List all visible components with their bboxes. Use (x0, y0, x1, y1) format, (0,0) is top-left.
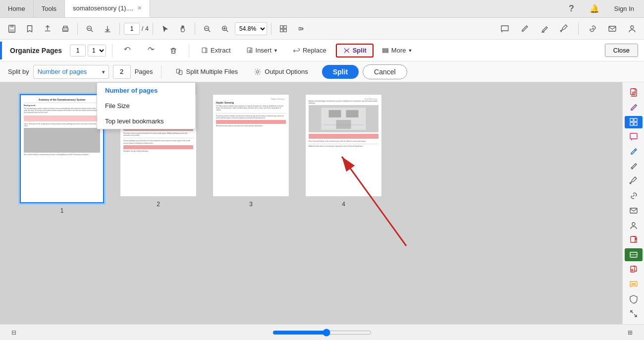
notifications-icon[interactable]: 🔔 (587, 1, 602, 17)
mail-toolbar-icon[interactable] (604, 21, 620, 37)
svg-line-12 (226, 30, 228, 32)
tab-close-icon[interactable]: ✕ (137, 5, 142, 11)
download-button[interactable] (100, 21, 115, 37)
extract-button[interactable]: Extract (195, 44, 236, 57)
svg-rect-47 (630, 122, 633, 125)
bookmark-button[interactable] (22, 21, 38, 37)
hand-tool-button[interactable] (175, 21, 191, 37)
split-action-button[interactable]: Split (322, 65, 359, 79)
audio-tool-button[interactable] (293, 21, 309, 37)
page-img-3[interactable]: Haptic Sensing... Haptic Sensing The hap… (213, 94, 289, 197)
help-icon[interactable]: ? (565, 2, 579, 16)
sign-in-button[interactable]: Sign In (610, 3, 638, 14)
output-options-label: Output Options (265, 68, 308, 75)
sidebar-edit-icon[interactable] (625, 101, 643, 114)
zoom-out-button[interactable] (82, 21, 98, 37)
svg-rect-52 (631, 236, 635, 242)
svg-rect-29 (382, 49, 388, 50)
link-toolbar-icon[interactable] (585, 21, 600, 37)
undo-button[interactable] (118, 44, 137, 57)
page-input-group: / 4 (124, 23, 149, 35)
sidebar-shield-icon[interactable] (625, 293, 643, 306)
organize-bar: Organize Pages 1 Extract Insert ▼ Replac… (0, 40, 644, 61)
svg-rect-48 (634, 122, 637, 125)
organize-title: Organize Pages (10, 47, 62, 55)
output-options-button[interactable]: Output Options (248, 65, 314, 78)
svg-rect-1 (10, 25, 13, 27)
tab-doc[interactable]: somatosensory (1).... ✕ (65, 0, 150, 17)
zoom-plus-button[interactable] (217, 21, 233, 37)
sidebar-pen-icon[interactable] (625, 145, 643, 158)
sidebar-highlight-icon[interactable] (625, 160, 643, 173)
dropdown-item-2[interactable]: Top level bookmarks (97, 113, 195, 129)
cancel-action-button[interactable]: Cancel (363, 64, 407, 79)
sidebar-chat-icon[interactable] (625, 278, 643, 291)
person-toolbar-icon[interactable] (624, 21, 640, 37)
toolbar-right-group (497, 21, 640, 37)
comment-toolbar-icon[interactable] (497, 21, 513, 37)
dropdown-item-0[interactable]: Number of pages (97, 83, 195, 98)
insert-button[interactable]: Insert ▼ (240, 44, 283, 57)
zoom-minus-button[interactable] (199, 21, 215, 37)
pen-toolbar-icon[interactable] (517, 21, 533, 37)
close-button[interactable]: Close (605, 44, 638, 57)
page-thumb-3[interactable]: Haptic Sensing... Haptic Sensing The hap… (213, 94, 289, 208)
upload-button[interactable] (40, 21, 55, 37)
cursor-tool-button[interactable] (157, 21, 173, 37)
replace-button[interactable]: Replace (287, 44, 332, 57)
tab-home-label: Home (8, 5, 25, 12)
save-button[interactable] (4, 21, 20, 37)
org-sep1 (112, 44, 112, 57)
sidebar-scan-icon[interactable] (625, 248, 643, 261)
sidebar-pdf-icon[interactable] (625, 86, 643, 99)
right-sidebar (622, 82, 644, 324)
page-number-input[interactable] (124, 23, 140, 35)
split-options-bar: Split by Number of pages File Size Top l… (0, 61, 644, 82)
split-by-label: Split by (8, 68, 29, 75)
org-page-input[interactable] (70, 45, 86, 57)
svg-rect-32 (176, 69, 179, 73)
sidebar-export-icon[interactable] (625, 234, 643, 247)
sign-toolbar-icon[interactable] (556, 21, 572, 37)
pages-label: Pages (135, 68, 153, 75)
page-thumb-1[interactable]: Anatomy of the Somatosensory System Back… (20, 94, 104, 214)
svg-rect-26 (247, 48, 251, 53)
highlight-toolbar-icon[interactable] (537, 21, 552, 37)
page-num-2: 2 (157, 201, 160, 208)
sidebar-organize-icon[interactable] (625, 116, 643, 129)
dropdown-item-1[interactable]: File Size (97, 98, 195, 113)
sidebar-resize-icon[interactable] (625, 307, 643, 320)
split-by-select[interactable]: Number of pages File Size Top level book… (33, 65, 109, 79)
sidebar-person-icon[interactable] (625, 219, 643, 232)
delete-button[interactable] (164, 44, 183, 57)
sidebar-mail-icon[interactable] (625, 204, 643, 217)
sidebar-sign-icon[interactable] (625, 175, 643, 188)
sidebar-addpdf-icon[interactable] (625, 263, 643, 276)
page-img-4[interactable]: Test Efficiency... Anatomy and physiolog… (305, 94, 382, 197)
more-button[interactable]: More ▼ (377, 45, 417, 57)
svg-rect-49 (630, 133, 637, 139)
nav-tool-button[interactable] (275, 21, 291, 37)
split-button[interactable]: Split (336, 44, 374, 57)
split-by-dropdown: Number of pages File Size Top level book… (97, 82, 196, 129)
zoom-fit-button[interactable]: ⊟ (6, 325, 22, 340)
pages-area: Anatomy of the Somatosensory System Back… (0, 82, 622, 324)
print-button[interactable] (57, 21, 73, 37)
svg-rect-16 (284, 25, 286, 28)
zoom-expand-button[interactable]: ⊞ (622, 325, 638, 340)
redo-button[interactable] (141, 44, 160, 57)
split-multiple-button[interactable]: Split Multiple Files (169, 65, 244, 78)
page-img-1[interactable]: Anatomy of the Somatosensory System Back… (20, 94, 104, 203)
zoom-slider[interactable] (272, 329, 372, 337)
pages-count-input[interactable] (113, 65, 131, 79)
org-page-select[interactable]: 1 (88, 45, 106, 57)
zoom-select[interactable]: 54.8% 75% 100% 125% 150% (235, 22, 267, 35)
tab-home[interactable]: Home (0, 0, 34, 17)
page-thumb-4[interactable]: Test Efficiency... Anatomy and physiolog… (305, 94, 382, 208)
tab-tools[interactable]: Tools (34, 0, 65, 17)
sidebar-link-icon[interactable] (625, 189, 643, 202)
svg-rect-19 (299, 27, 301, 30)
org-sep2 (189, 44, 189, 57)
tab-tools-label: Tools (42, 5, 56, 12)
sidebar-comment-icon[interactable] (625, 130, 643, 143)
